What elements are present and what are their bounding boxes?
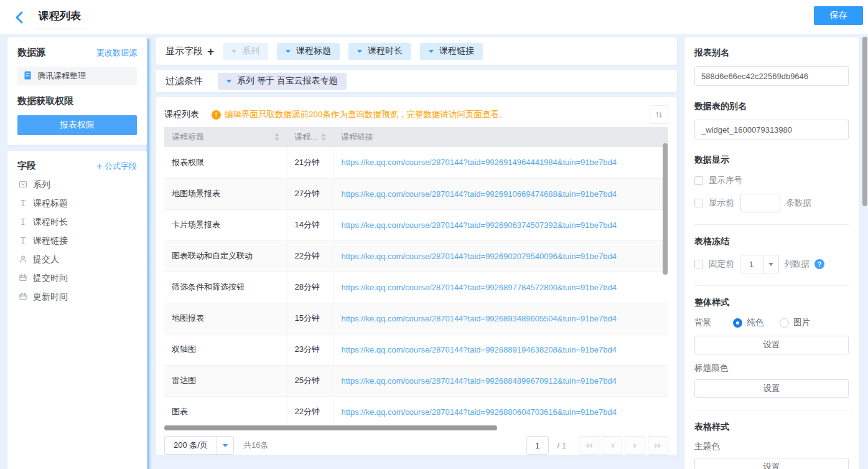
background-set-button[interactable]: 设置 [694,336,849,354]
field-item-course-duration[interactable]: 课程时长 [17,213,137,232]
table-alias-label: 数据表的别名 [694,101,849,112]
column-header-course-title[interactable]: 课程标题 [164,127,287,147]
page-size-select[interactable]: 200 条/页 [164,436,234,455]
page-vertical-scrollbar[interactable] [862,37,867,206]
datasource-item[interactable]: 腾讯课程整理 [17,67,137,85]
last-page-button[interactable] [648,436,668,455]
cell-duration: 22分钟 [287,240,334,272]
cell-link[interactable]: https://ke.qq.com/course/2870144?taid=99… [334,147,668,178]
field-tag-course-link[interactable]: 课程链接 [420,43,483,60]
horizontal-scrollbar[interactable] [164,425,497,430]
cell-link[interactable]: https://ke.qq.com/course/2870144?taid=99… [334,365,668,396]
filter-condition-tag[interactable]: 系列 等于 百宝云报表专题 [218,73,347,90]
field-tag-series[interactable]: 系列 [223,43,268,60]
document-icon [23,70,37,82]
report-alias-input[interactable] [694,66,849,86]
sort-icon[interactable] [274,133,279,141]
chevron-down-icon [231,50,236,53]
field-item-series[interactable]: 系列 [17,176,137,194]
datasource-item-label: 腾讯课程整理 [37,70,86,82]
cell-link[interactable]: https://ke.qq.com/course/2870144?taid=99… [334,209,668,240]
total-count: 共16条 [243,440,268,451]
sort-toggle-button[interactable] [650,105,668,124]
field-item-course-link[interactable]: 课程链接 [17,232,137,250]
next-page-button[interactable] [625,436,645,455]
vertical-scrollbar[interactable] [663,143,668,275]
change-datasource-link[interactable]: 更改数据源 [96,47,137,59]
field-item-course-title[interactable]: 课程标题 [17,194,137,213]
formula-field-link[interactable]: + 公式字段 [96,161,137,172]
cell-link[interactable]: https://ke.qq.com/course/2870144?taid=99… [334,272,668,303]
cell-link[interactable]: https://ke.qq.com/course/2870144?taid=99… [334,396,668,424]
field-item-submitter[interactable]: 提交人 [17,250,137,269]
cell-title: 卡片场景报表 [164,209,287,240]
cell-title: 双轴图 [164,334,287,365]
column-header-course-link[interactable]: 课程链接 [334,127,668,147]
cell-title: 雷达图 [164,365,287,396]
title-color-set-button[interactable]: 设置 [694,379,849,398]
table-row: 地图场景报表 27分钟 https://ke.qq.com/course/287… [164,178,668,209]
freeze-checkbox[interactable] [694,260,703,268]
solid-color-radio[interactable] [733,318,742,328]
cell-link[interactable]: https://ke.qq.com/course/2870144?taid=99… [334,240,668,272]
show-index-checkbox[interactable] [694,176,703,185]
chevron-down-icon [429,50,434,53]
first-page-button[interactable] [579,436,599,455]
sort-icon[interactable] [321,133,326,141]
top-bar: 课程列表 保存 [0,0,868,34]
save-button[interactable]: 保存 [814,6,863,25]
field-tag-course-title[interactable]: 课程标题 [277,43,340,60]
theme-color-label: 主题色 [694,441,849,452]
cell-link[interactable]: https://ke.qq.com/course/2870144?taid=99… [334,303,668,334]
show-first-checkbox[interactable] [694,199,703,207]
solid-color-label: 纯色 [747,317,763,328]
cell-link[interactable]: https://ke.qq.com/course/2870144?taid=99… [334,178,668,209]
overall-style-title: 整体样式 [694,297,849,308]
display-fields-bar: 显示字段 + 系列 课程标题 课程时长 课程链接 [156,37,677,65]
show-first-count-input[interactable] [740,194,780,212]
divider [694,285,849,286]
table-row: 报表权限 21分钟 https://ke.qq.com/course/28701… [164,147,668,178]
warning-icon: ! [212,110,221,120]
back-icon[interactable] [12,10,27,25]
datasource-title: 数据源 [17,47,45,59]
chevron-down-icon [286,50,291,53]
title-color-label: 标题颜色 [694,362,849,374]
cell-duration: 22分钟 [287,396,334,424]
cell-duration: 21分钟 [287,147,334,178]
chevron-left-icon [610,442,615,449]
display-fields-label: 显示字段 [166,45,203,57]
cell-title: 报表权限 [164,147,287,178]
show-first-suffix: 条数据 [786,197,812,209]
field-list: 系列 课程标题 课程时长 课程链接 提交人 提交时间 [17,176,137,306]
image-radio[interactable] [780,318,789,328]
divider [694,224,849,225]
column-header-course-duration[interactable]: 课程... [287,127,334,147]
page-number-input[interactable] [526,436,549,455]
report-permission-button[interactable]: 报表权限 [17,115,137,135]
help-icon[interactable]: ? [814,259,824,269]
field-item-submit-time[interactable]: 提交时间 [17,269,137,288]
freeze-count-select[interactable]: 1 [740,255,779,273]
formula-field-label: 公式字段 [105,161,137,172]
field-item-update-time[interactable]: 更新时间 [17,288,137,306]
freeze-prefix-label: 固定前 [709,258,734,270]
sort-arrows-icon [655,110,663,119]
cell-duration: 25分钟 [287,365,334,396]
add-field-icon[interactable]: + [207,45,214,57]
cell-title: 地图场景报表 [164,178,287,209]
cell-link[interactable]: https://ke.qq.com/course/2870144?taid=99… [334,334,668,365]
table-alias-input[interactable] [694,120,849,140]
app-root: 课程列表 保存 数据源 更改数据源 腾讯课程整理 数据获取权限 报表权限 字段 … [0,0,868,469]
theme-color-set-button[interactable]: 设置 [694,458,849,469]
freeze-count-value: 1 [740,255,763,273]
field-label: 课程链接 [33,235,68,247]
prev-page-button[interactable] [602,436,622,455]
fields-card: 字段 + 公式字段 系列 课程标题 课程时长 课程链接 [7,151,147,469]
settings-panel: 报表别名 数据表的别名 数据显示 显示序号 显示前 条数据 表格冻结 固定前 1… [684,37,859,469]
text-field-icon [19,217,33,228]
show-index-label: 显示序号 [709,175,742,186]
field-tag-course-duration[interactable]: 课程时长 [348,43,411,60]
cell-duration: 27分钟 [287,178,334,209]
tag-label: 课程链接 [439,45,474,57]
